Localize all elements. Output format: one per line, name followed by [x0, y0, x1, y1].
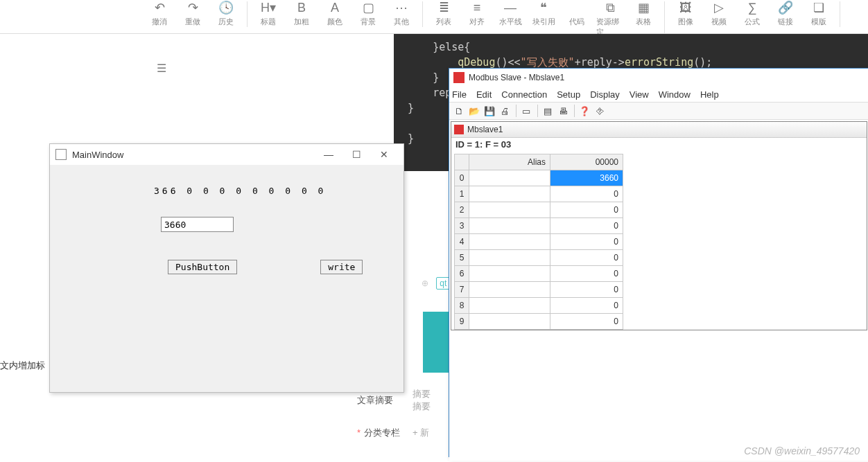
toolbar-图像[interactable]: 🖼图像	[669, 1, 702, 27]
article-meta-form: 文章摘要 摘要 摘要 *分类专栏 + 新	[357, 388, 431, 453]
cell-alias[interactable]	[469, 282, 550, 298]
toolbar-水平线[interactable]: ―水平线	[494, 1, 527, 37]
summary-placeholder-2[interactable]: 摘要	[413, 400, 431, 413]
modbus-titlebar[interactable]: Modbus Slave - Mbslave1	[449, 69, 868, 87]
row-index: 2	[455, 202, 469, 218]
cell-value[interactable]: 0	[550, 314, 623, 330]
menu-file[interactable]: File	[452, 89, 467, 100]
cell-alias[interactable]	[469, 218, 550, 234]
toolbar-加粗[interactable]: B加粗	[285, 1, 318, 27]
toolbar-视频[interactable]: ▷视频	[702, 1, 736, 27]
close-button[interactable]: ✕	[370, 149, 398, 160]
table-row[interactable]: 03660	[455, 170, 623, 186]
tool-icon[interactable]: ⯑	[593, 105, 607, 117]
col-header-alias[interactable]: Alias	[469, 154, 550, 170]
toolbar-颜色[interactable]: A颜色	[318, 1, 351, 27]
cell-value[interactable]: 0	[550, 202, 623, 218]
summary-placeholder-1[interactable]: 摘要	[413, 388, 431, 400]
row-index: 6	[455, 266, 469, 282]
tool-icon[interactable]: ▤	[541, 105, 555, 117]
menu-display[interactable]: Display	[590, 89, 620, 100]
menu-connection[interactable]: Connection	[501, 89, 547, 100]
table-row[interactable]: 40	[455, 234, 623, 250]
toolbar-label: 块引用	[532, 17, 555, 27]
cell-alias[interactable]	[469, 186, 550, 202]
toolbar-代码[interactable]: 代码	[560, 1, 593, 37]
table-row[interactable]: 70	[455, 282, 623, 298]
table-row[interactable]: 80	[455, 298, 623, 314]
col-header-value[interactable]: 00000	[550, 154, 623, 170]
toolbar-label: 视频	[711, 17, 727, 27]
toolbar-icon: ▢	[363, 1, 374, 14]
cell-value[interactable]: 0	[550, 266, 623, 282]
cell-alias[interactable]	[469, 298, 550, 314]
toolbar-重做[interactable]: ↷重做	[176, 1, 209, 27]
toolbar-icon: ⋯	[395, 1, 408, 14]
cell-alias[interactable]	[469, 202, 550, 218]
table-row[interactable]: 20	[455, 202, 623, 218]
menu-edit[interactable]: Edit	[476, 89, 492, 100]
toolbar-表格[interactable]: ▦表格	[627, 1, 660, 37]
cell-value[interactable]: 0	[550, 298, 623, 314]
outline-toggle-icon[interactable]: ☰	[157, 62, 166, 75]
toolbar-label: 撤消	[152, 17, 167, 27]
tool-icon[interactable]: 🖶	[556, 105, 570, 117]
toolbar-对齐[interactable]: ≡对齐	[460, 1, 494, 37]
toolbar-label: 对齐	[469, 17, 485, 27]
tool-icon[interactable]: 💾	[483, 105, 496, 117]
toolbar-背景[interactable]: ▢背景	[351, 1, 385, 27]
table-row[interactable]: 30	[455, 218, 623, 234]
modbus-child-icon	[454, 125, 464, 134]
menu-help[interactable]: Help	[700, 89, 719, 100]
cell-alias[interactable]	[469, 266, 550, 282]
cell-value[interactable]: 3660	[550, 170, 623, 186]
tag-prev-icon[interactable]: ⊕	[422, 278, 428, 288]
tool-icon[interactable]: ▭	[519, 105, 533, 117]
minimize-button[interactable]: —	[315, 149, 342, 160]
pushbutton[interactable]: PushButton	[168, 260, 237, 274]
tool-icon[interactable]: 📂	[467, 105, 481, 117]
toolbar-模版[interactable]: ❏模版	[802, 1, 835, 27]
modbus-child-titlebar[interactable]: Mbslave1	[451, 122, 867, 138]
toolbar-资源绑定[interactable]: ⧉资源绑定	[593, 1, 627, 37]
toolbar-列表[interactable]: ≣列表	[427, 1, 460, 37]
qt-titlebar[interactable]: MainWindow — ☐ ✕	[50, 144, 403, 165]
toolbar-链接[interactable]: 🔗链接	[769, 1, 802, 27]
toolbar-其他[interactable]: ⋯其他	[385, 1, 418, 27]
toolbar-撤消[interactable]: ↶撤消	[143, 1, 176, 27]
menu-setup[interactable]: Setup	[557, 89, 580, 100]
cell-alias[interactable]	[469, 314, 550, 330]
cell-value[interactable]: 0	[550, 234, 623, 250]
cell-value[interactable]: 0	[550, 186, 623, 202]
menu-window[interactable]: Window	[659, 89, 691, 100]
maximize-button[interactable]: ☐	[342, 149, 370, 160]
cell-value[interactable]: 0	[550, 250, 623, 266]
add-category-button[interactable]: + 新	[413, 427, 429, 439]
cell-value[interactable]: 0	[550, 282, 623, 298]
cell-alias[interactable]	[469, 250, 550, 266]
table-row[interactable]: 60	[455, 266, 623, 282]
tool-icon[interactable]: ❓	[578, 105, 591, 117]
menu-view[interactable]: View	[630, 89, 649, 100]
table-row[interactable]: 10	[455, 186, 623, 202]
write-button[interactable]: write	[320, 260, 363, 274]
cell-alias[interactable]	[469, 234, 550, 250]
category-label: 分类专栏	[364, 427, 400, 438]
value-input[interactable]	[161, 217, 234, 232]
table-row[interactable]: 50	[455, 250, 623, 266]
toolbar-标题[interactable]: H▾标题	[252, 1, 285, 27]
tool-icon[interactable]: 🗋	[452, 105, 466, 117]
toolbar-label: 历史	[218, 17, 234, 27]
toolbar-历史[interactable]: 🕓历史	[209, 1, 243, 27]
tool-icon[interactable]: 🖨	[498, 105, 512, 117]
toolbar-块引用[interactable]: ❝块引用	[527, 1, 560, 37]
table-row[interactable]: 90	[455, 314, 623, 330]
cell-alias[interactable]	[469, 170, 550, 186]
register-table[interactable]: Alias 00000 03660102030405060708090	[454, 154, 623, 330]
table-corner	[455, 154, 469, 170]
modbus-child-window: Mbslave1 ID = 1: F = 03 Alias 00000 0366…	[451, 121, 867, 330]
toolbar-公式[interactable]: ∑公式	[736, 1, 769, 27]
publish-button[interactable]	[423, 312, 449, 373]
cell-value[interactable]: 0	[550, 218, 623, 234]
toolbar-icon: ∑	[748, 1, 757, 14]
